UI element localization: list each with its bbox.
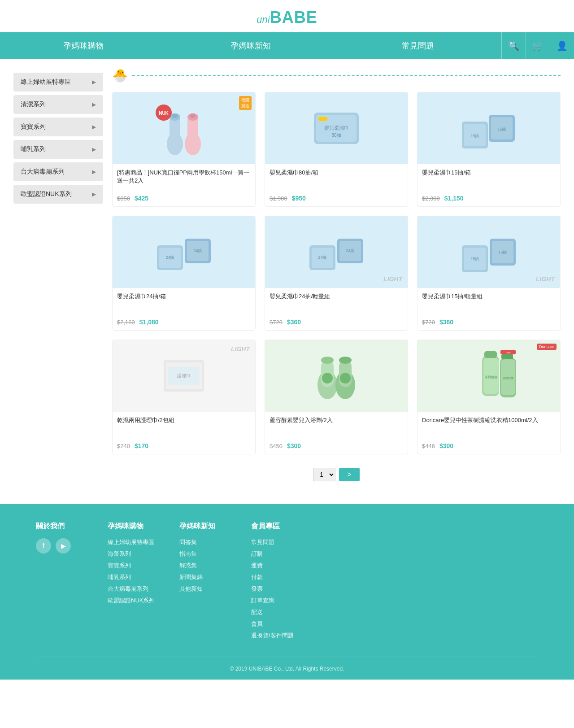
youtube-icon[interactable]: ▶	[56, 538, 71, 554]
sidebar-item-expo[interactable]: 線上婦幼展特專區 ▶	[13, 73, 103, 92]
product-card-7[interactable]: 護理巾 LIGHT 乾濕兩用護理巾/2包組 $240 $170	[112, 340, 256, 454]
svg-text:15抽: 15抽	[497, 127, 506, 131]
sidebar-item-baby[interactable]: 寶寶系列 ▶	[13, 118, 103, 136]
copyright-text: © 2019 UNIBABE Co., Ltd. All Rights Rese…	[230, 666, 344, 672]
arrow-icon: ▶	[92, 169, 96, 175]
footer-news-solve[interactable]: 解惑集	[179, 562, 233, 570]
product-card-3[interactable]: 15抽 15抽 嬰兒柔濕巾15抽/箱 $2,300 $1,150	[417, 92, 561, 207]
footer-member-title: 會員專區	[251, 522, 305, 531]
user-button[interactable]: 👤	[550, 32, 574, 59]
product-card-9[interactable]: 茶樹精油 茶樹抗菌 Dori Doricare Doricare嬰兒中性茶樹濃縮…	[417, 340, 561, 454]
footer-member-return[interactable]: 退換貨/客件問題	[251, 632, 305, 640]
sidebar-item-nuk[interactable]: 歐盟認證NUK系列 ▶	[13, 185, 103, 204]
svg-point-50	[340, 373, 351, 384]
sidebar-item-nursing[interactable]: 哺乳系列 ▶	[13, 140, 103, 159]
price-original-8: $450	[270, 443, 283, 449]
product-watermark-5: LIGHT	[383, 275, 402, 283]
search-button[interactable]: 🔍	[501, 32, 526, 59]
product-card-4[interactable]: 24抽 24抽 嬰兒柔濕巾24抽/箱 $2,160 $1,080	[112, 216, 256, 331]
svg-text:15抽: 15抽	[470, 134, 479, 138]
footer-member-membership[interactable]: 會員	[251, 620, 305, 628]
price-sale-5: $360	[287, 318, 301, 326]
footer-member-shipping[interactable]: 運費	[251, 562, 305, 570]
main-container: 線上婦幼展特專區 ▶ 清潔系列 ▶ 寶寶系列 ▶ 哺乳系列 ▶ 台大病毒崩系列 …	[0, 59, 574, 504]
footer-about-col: 關於我們 f ▶	[36, 522, 90, 643]
page-select[interactable]: 1 2 3	[313, 468, 335, 481]
footer-link-nursing[interactable]: 哺乳系列	[108, 573, 161, 581]
sidebar-item-virus[interactable]: 台大病毒崩系列 ▶	[13, 162, 103, 181]
footer-link-baby[interactable]: 寶寶系列	[108, 562, 161, 570]
svg-point-48	[339, 357, 352, 364]
product-prices-1: $850 $425	[117, 195, 251, 202]
footer-link-expo[interactable]: 線上婦幼展特專區	[108, 538, 161, 546]
svg-text:茶樹精油: 茶樹精油	[485, 375, 497, 379]
footer-social-icons: f ▶	[36, 538, 90, 554]
product-area: 🐣 NUK	[112, 68, 561, 495]
product-image-6: 15抽 15抽 LIGHT	[417, 216, 560, 288]
product-prices-2: $1,900 $950	[270, 195, 403, 202]
svg-point-45	[321, 357, 334, 364]
svg-rect-14	[318, 117, 327, 121]
product-prices-5: $720 $360	[270, 318, 403, 326]
footer-news-press[interactable]: 新聞集錦	[179, 573, 233, 581]
sidebar-item-clean[interactable]: 清潔系列 ▶	[13, 95, 103, 114]
product-prices-8: $450 $300	[270, 442, 403, 449]
footer-news-guide[interactable]: 指南集	[179, 550, 233, 558]
product-prices-6: $720 $360	[422, 318, 556, 326]
page-next-button[interactable]: >	[339, 468, 359, 481]
footer-link-nuk[interactable]: 歐盟認證NUK系列	[108, 597, 161, 605]
product-info-5: 嬰兒柔濕巾24抽/輕量組 $720 $360	[265, 288, 408, 330]
logo-uni: uni	[257, 14, 270, 26]
footer-news-qa[interactable]: 問答集	[179, 538, 233, 546]
nav-link-news[interactable]: 孕媽咪新知	[167, 32, 335, 59]
section-icon: 🐣	[112, 68, 128, 83]
price-sale-1: $425	[135, 195, 148, 202]
footer-member-invoice[interactable]: 發票	[251, 585, 305, 593]
product-prices-7: $240 $170	[117, 442, 251, 449]
product-card-1[interactable]: NUK 德國製造 [特惠商品！]NUK寬口徑PP兩用學飲杯150ml—買一送一共…	[112, 92, 256, 207]
price-original-7: $240	[117, 443, 130, 449]
arrow-icon: ▶	[92, 124, 96, 130]
product-info-2: 嬰兒柔濕巾80抽/箱 $1,900 $950	[265, 164, 408, 206]
facebook-icon[interactable]: f	[36, 538, 51, 554]
price-sale-3: $1,150	[444, 195, 464, 202]
footer-member-payment[interactable]: 付款	[251, 573, 305, 581]
price-original-5: $720	[270, 319, 283, 326]
svg-text:Dori: Dori	[505, 351, 510, 354]
pagination: 1 2 3 >	[112, 468, 561, 481]
footer-member-faq[interactable]: 常見問題	[251, 538, 305, 546]
price-original-1: $850	[117, 195, 130, 202]
product-card-6[interactable]: 15抽 15抽 LIGHT 嬰兒柔濕巾15抽/輕量組 $720 $360	[417, 216, 561, 331]
product-badge-9: Doricare	[537, 344, 557, 350]
svg-text:護理巾: 護理巾	[177, 373, 191, 378]
product-image-9: 茶樹精油 茶樹抗菌 Dori Doricare	[417, 340, 560, 412]
svg-text:80抽: 80抽	[331, 133, 341, 138]
svg-rect-56	[501, 353, 513, 360]
product-card-2[interactable]: 嬰兒柔濕巾 80抽 嬰兒柔濕巾80抽/箱 $1,900 $950	[265, 92, 408, 207]
arrow-icon: ▶	[92, 146, 96, 153]
product-name-6: 嬰兒柔濕巾15抽/輕量組	[422, 292, 556, 315]
product-grid: NUK 德國製造 [特惠商品！]NUK寬口徑PP兩用學飲杯150ml—買一送一共…	[112, 92, 561, 454]
footer-member-delivery[interactable]: 配送	[251, 608, 305, 616]
product-image-2: 嬰兒柔濕巾 80抽	[265, 92, 408, 164]
footer-member-order-check[interactable]: 訂單查詢	[251, 597, 305, 605]
product-watermark-6: LIGHT	[536, 275, 555, 283]
product-image-4: 24抽 24抽	[113, 216, 255, 288]
nav-link-faq[interactable]: 常見問題	[334, 32, 501, 59]
footer-about-title: 關於我們	[36, 522, 90, 531]
product-info-6: 嬰兒柔濕巾15抽/輕量組 $720 $360	[417, 288, 560, 330]
product-image-8	[265, 340, 408, 412]
svg-text:嬰兒柔濕巾: 嬰兒柔濕巾	[324, 125, 349, 131]
sidebar: 線上婦幼展特專區 ▶ 清潔系列 ▶ 寶寶系列 ▶ 哺乳系列 ▶ 台大病毒崩系列 …	[13, 73, 103, 495]
product-card-8[interactable]: 蘆容酵素嬰兒入浴劑/2入 $450 $300	[265, 340, 408, 454]
section-divider	[132, 75, 561, 76]
product-image-5: 24抽 24抽 LIGHT	[265, 216, 408, 288]
footer-link-virus[interactable]: 台大病毒崩系列	[108, 585, 161, 593]
footer-link-clean[interactable]: 海藻系列	[108, 550, 161, 558]
nav-link-shopping[interactable]: 孕媽咪購物	[0, 32, 167, 59]
svg-text:24抽: 24抽	[346, 248, 354, 253]
cart-button[interactable]: 🛒	[526, 32, 550, 59]
footer-news-other[interactable]: 其他新知	[179, 585, 233, 593]
footer-member-order[interactable]: 訂購	[251, 550, 305, 558]
product-card-5[interactable]: 24抽 24抽 LIGHT 嬰兒柔濕巾24抽/輕量組 $720 $360	[265, 216, 408, 331]
